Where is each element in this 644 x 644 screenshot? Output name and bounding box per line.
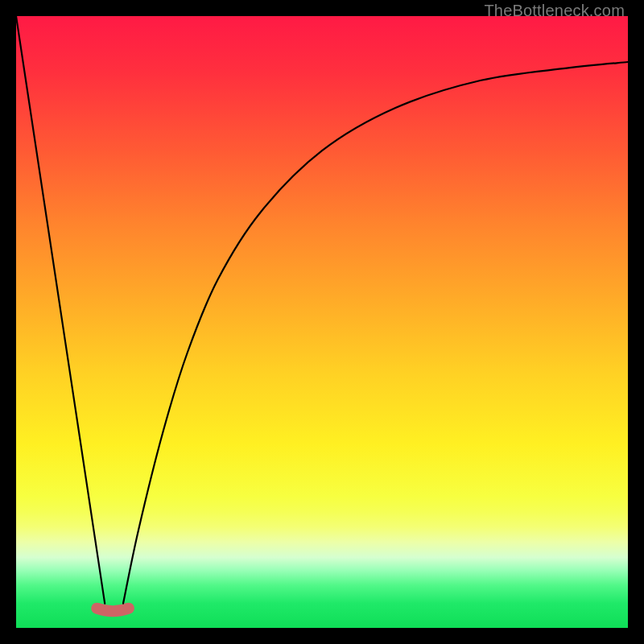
plot-area [16, 16, 628, 628]
valley-marker [97, 609, 129, 612]
curve-layer [16, 16, 628, 628]
curve-right-segment [123, 62, 628, 604]
watermark-text: TheBottleneck.com [484, 2, 625, 20]
chart-stage: TheBottleneck.com [0, 0, 644, 644]
curve-left-segment [16, 16, 105, 604]
